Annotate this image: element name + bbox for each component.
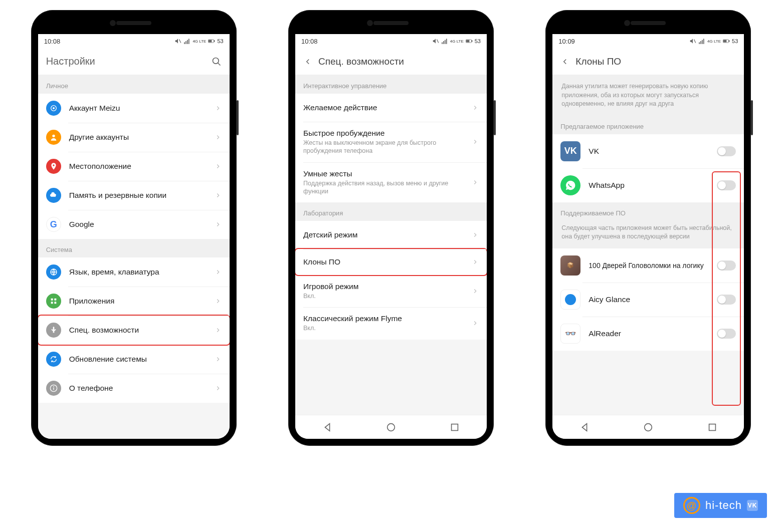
hand-icon [46,323,61,338]
globe-icon [46,264,61,280]
row-app-alreader[interactable]: 👓 AlReader [552,317,744,351]
svg-rect-36 [702,40,703,44]
row-app-aicy[interactable]: Aicy Glance [552,283,744,317]
phone-clones: 10:09 4G LTE 53 Клоны ПО Данная утилита … [545,10,751,446]
svg-rect-28 [472,41,472,42]
row-account-meizu[interactable]: Аккаунт Meizu [38,94,230,123]
row-kids-mode[interactable]: Детский режим [295,221,487,249]
chevron-right-icon [472,320,479,327]
svg-rect-23 [442,42,443,44]
svg-marker-30 [325,423,329,431]
row-storage-backup[interactable]: Память и резервные копии [38,181,230,210]
section-lab: Лаборатория [295,202,487,221]
page-title: Клоны ПО [575,56,621,67]
row-other-accounts[interactable]: Другие аккаунты [38,123,230,152]
nav-home-icon[interactable] [643,422,654,433]
svg-rect-39 [729,41,729,42]
chevron-right-icon [215,105,222,112]
status-bar: 10:09 4G LTE 53 [552,34,744,48]
status-bar: 10:08 4G LTE 53 [38,34,230,48]
doors-app-icon: 📦 [560,255,580,276]
toggle-aicy[interactable] [717,295,736,305]
svg-rect-25 [445,40,446,44]
whatsapp-app-icon [560,175,580,195]
chevron-right-icon [215,221,222,228]
signal-icon [183,38,190,45]
chevron-right-icon [215,327,222,334]
clones-description: Данная утилита может генерировать новую … [552,75,744,116]
chevron-right-icon [472,231,479,238]
svg-rect-40 [724,40,727,42]
row-quick-wake[interactable]: Быстрое пробуждение Жесты на выключенном… [295,122,487,162]
toggle-100doors[interactable] [717,260,736,271]
chevron-right-icon [472,138,479,145]
row-app-vk[interactable]: VK VK [552,134,744,168]
row-smart-gestures[interactable]: Умные жесты Поддержка действия назад, вы… [295,162,487,203]
nav-bar [552,415,744,439]
row-desired-action[interactable]: Желаемое действие [295,94,487,122]
cloud-icon [46,188,61,203]
row-game-mode[interactable]: Игровой режим Вкл. [295,275,487,307]
toggle-vk[interactable] [717,146,736,156]
row-app-clones[interactable]: Клоны ПО [295,248,487,276]
nav-recent-icon[interactable] [449,422,460,433]
row-location[interactable]: Местоположение [38,152,230,181]
aicy-app-icon [560,290,580,310]
google-icon: G [46,217,61,232]
page-title: Настройки [46,56,95,67]
row-accessibility[interactable]: Спец. возможности [38,315,230,346]
chevron-right-icon [215,192,222,199]
location-icon [46,159,61,174]
chevron-right-icon [472,288,479,295]
watermark-text: hi-tech [705,499,742,512]
phone-settings: 10:08 4G LTE 53 Настройки Личное [31,10,237,446]
row-language-time[interactable]: Язык, время, клавиатура [38,257,230,287]
back-icon[interactable] [303,57,312,66]
svg-rect-7 [209,40,212,42]
mute-icon [432,38,439,45]
section-supported: Поддерживаемое ПО [552,202,744,221]
svg-rect-37 [703,39,704,44]
vk-badge-icon: VK [747,500,758,511]
battery-icon [208,38,215,45]
at-icon: @ [683,497,700,514]
svg-rect-16 [54,299,56,301]
row-app-100doors[interactable]: 📦 100 Дверей Головоломки на логику [552,248,744,283]
nav-recent-icon[interactable] [707,422,718,433]
row-apps[interactable]: Приложения [38,287,230,316]
row-classic-flyme[interactable]: Классический режим Flyme Вкл. [295,307,487,339]
row-google[interactable]: G Google [38,210,230,239]
search-icon[interactable] [212,57,222,67]
svg-point-12 [52,135,55,137]
toggle-whatsapp[interactable] [717,180,736,190]
vk-app-icon: VK [560,141,580,161]
svg-point-11 [53,107,55,109]
back-icon[interactable] [560,57,569,66]
row-system-update[interactable]: Обновление системы [38,345,230,374]
chevron-right-icon [215,356,222,363]
phone-accessibility: 10:08 4G LTE 53 Спец. возможности Интера… [288,10,494,446]
watermark: @ hi-tech VK [674,493,767,518]
battery-icon [466,38,473,45]
clock: 10:08 [44,38,61,45]
nav-back-icon[interactable] [322,422,333,433]
status-icons: 4G LTE 53 [689,38,738,45]
nav-bar [295,415,487,439]
section-system: Система [38,239,230,257]
chevron-right-icon [215,298,222,305]
chevron-right-icon [215,134,222,141]
title-bar: Спец. возможности [295,48,487,75]
mute-icon [174,38,181,45]
alreader-app-icon: 👓 [560,324,580,344]
row-app-whatsapp[interactable]: WhatsApp [552,168,744,202]
nav-home-icon[interactable] [385,422,397,433]
nav-back-icon[interactable] [579,422,590,433]
row-about-phone[interactable]: О телефоне [38,374,230,403]
svg-rect-6 [214,41,215,42]
svg-line-9 [218,63,220,65]
svg-rect-29 [466,40,469,42]
title-bar: Клоны ПО [552,48,744,75]
battery-icon [723,38,730,45]
status-icons: 4G LTE 53 [432,38,481,45]
toggle-alreader[interactable] [717,329,736,339]
